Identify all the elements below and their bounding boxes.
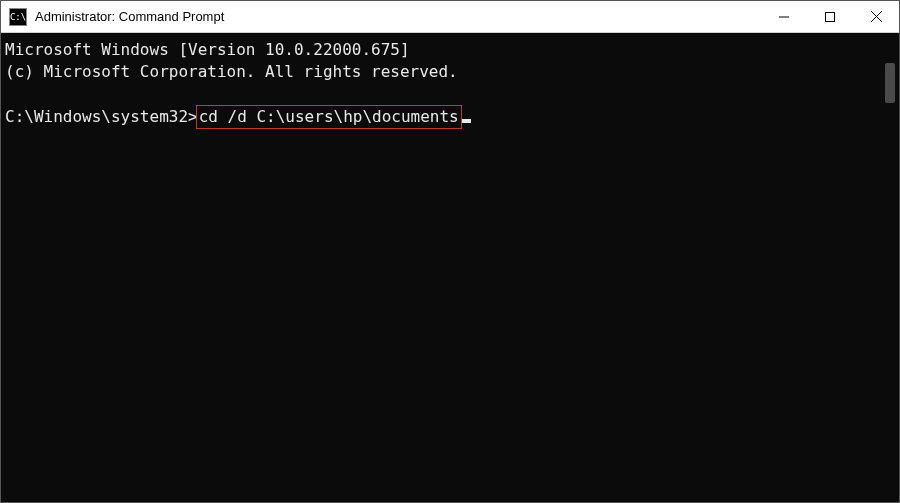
typed-command: cd /d C:\users\hp\documents	[199, 107, 459, 126]
terminal-area: Microsoft Windows [Version 10.0.22000.67…	[1, 33, 899, 502]
window-title: Administrator: Command Prompt	[35, 9, 224, 24]
minimize-icon	[779, 12, 789, 22]
maximize-icon	[825, 12, 835, 22]
vertical-scrollbar[interactable]	[881, 33, 899, 502]
close-icon	[871, 11, 882, 22]
maximize-button[interactable]	[807, 1, 853, 32]
minimize-button[interactable]	[761, 1, 807, 32]
scrollbar-thumb[interactable]	[885, 63, 895, 103]
prompt-text: C:\Windows\system32>	[5, 107, 198, 126]
terminal-output[interactable]: Microsoft Windows [Version 10.0.22000.67…	[1, 33, 881, 502]
version-line: Microsoft Windows [Version 10.0.22000.67…	[5, 40, 410, 59]
svg-rect-1	[826, 12, 835, 21]
copyright-line: (c) Microsoft Corporation. All rights re…	[5, 62, 458, 81]
command-highlight: cd /d C:\users\hp\documents	[196, 105, 462, 129]
close-button[interactable]	[853, 1, 899, 32]
cmd-app-icon: C:\	[9, 8, 27, 26]
command-prompt-window: C:\ Administrator: Command Prompt Micros…	[0, 0, 900, 503]
titlebar[interactable]: C:\ Administrator: Command Prompt	[1, 1, 899, 33]
text-cursor	[462, 119, 471, 123]
window-controls	[761, 1, 899, 32]
